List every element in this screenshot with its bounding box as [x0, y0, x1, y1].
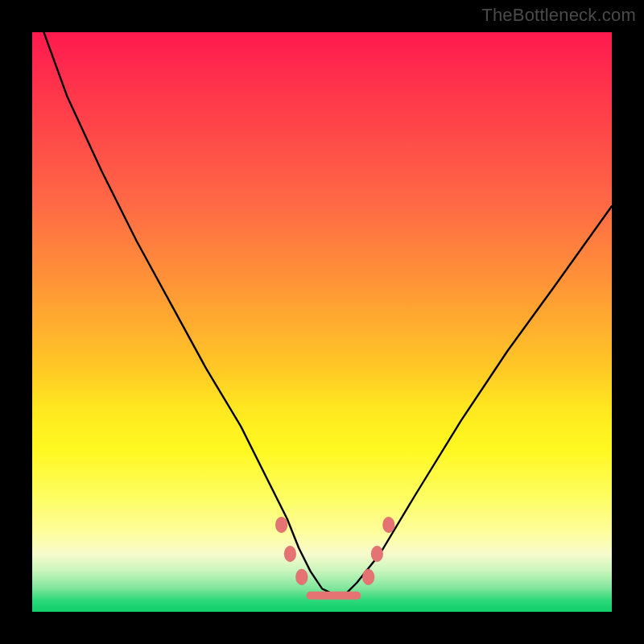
chart-frame: TheBottleneck.com — [0, 0, 644, 644]
plot-area — [32, 32, 612, 612]
watermark-text: TheBottleneck.com — [481, 5, 636, 26]
marker-dots — [275, 517, 394, 585]
marker-dot-5 — [382, 517, 394, 533]
marker-dot-4 — [371, 546, 383, 562]
bottleneck-curve — [43, 32, 612, 594]
curve-svg — [32, 32, 612, 612]
marker-dot-2 — [295, 569, 308, 585]
marker-dot-0 — [275, 517, 287, 533]
marker-dot-1 — [284, 546, 296, 562]
marker-dot-3 — [362, 569, 374, 585]
